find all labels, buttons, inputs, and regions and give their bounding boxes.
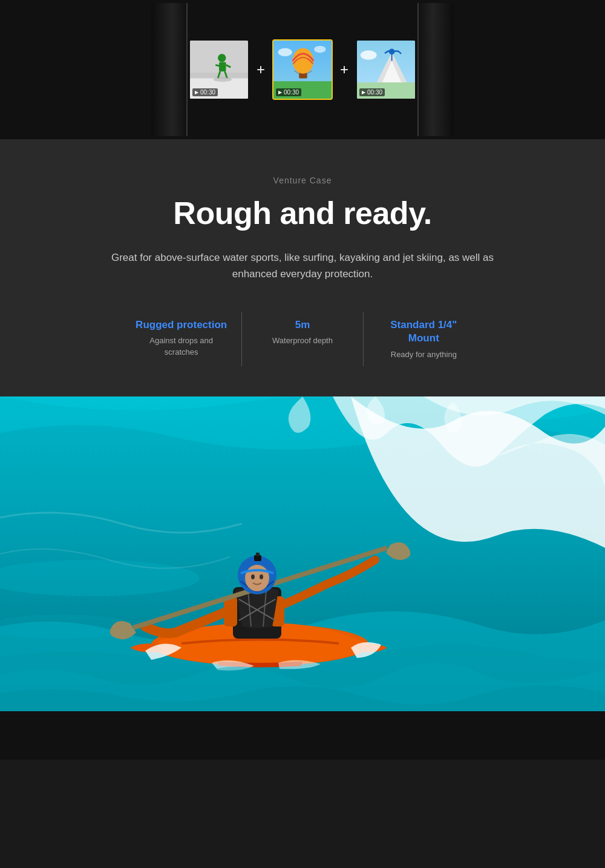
feature-subtitle-waterproof: Waterproof depth xyxy=(254,335,350,346)
svg-point-36 xyxy=(260,574,263,579)
main-heading: Rough and ready. xyxy=(12,195,593,231)
phone-bezel-left xyxy=(151,3,188,136)
clip-duration-2: 00:30 xyxy=(276,88,301,96)
svg-point-16 xyxy=(278,48,292,56)
clip-thumbnail-3[interactable]: 00:30 xyxy=(356,39,416,100)
features-row: Rugged protection Against drops and scra… xyxy=(121,312,484,366)
kayaker-section xyxy=(0,396,605,711)
clip-duration-1: 00:30 xyxy=(192,88,218,96)
feature-item-mount: Standard 1/4" Mount Ready for anything xyxy=(364,312,484,366)
feature-item-waterproof: 5m Waterproof depth xyxy=(242,312,363,366)
feature-title-waterproof: 5m xyxy=(254,318,350,332)
plus-icon-2: + xyxy=(338,61,351,78)
svg-point-3 xyxy=(218,54,226,62)
feature-title-rugged: Rugged protection xyxy=(133,318,229,332)
feature-subtitle-mount: Ready for anything xyxy=(376,349,472,360)
phone-bezel-right xyxy=(417,3,454,136)
svg-point-24 xyxy=(361,50,377,59)
svg-rect-38 xyxy=(256,553,260,556)
info-section: Venture Case Rough and ready. Great for … xyxy=(0,139,605,396)
plus-icon-1: + xyxy=(254,61,267,78)
svg-point-17 xyxy=(314,46,325,53)
svg-point-35 xyxy=(251,574,255,579)
clips-container: 00:30 + xyxy=(189,27,416,112)
clip-thumbnail-2[interactable]: 00:30 xyxy=(272,39,333,100)
feature-subtitle-rugged: Against drops and scratches xyxy=(133,335,229,357)
clip-duration-3: 00:30 xyxy=(359,88,385,96)
description-text: Great for above-surface water sports, li… xyxy=(97,249,508,282)
product-label: Venture Case xyxy=(12,176,593,185)
feature-item-rugged: Rugged protection Against drops and scra… xyxy=(121,312,242,366)
phone-mockup: 00:30 + xyxy=(151,3,454,136)
feature-title-mount: Standard 1/4" Mount xyxy=(376,318,472,345)
top-section: 00:30 + xyxy=(0,0,605,139)
bottom-section xyxy=(0,711,605,760)
clip-thumbnail-1[interactable]: 00:30 xyxy=(189,39,249,100)
svg-point-9 xyxy=(213,77,232,82)
kayaker-scene-svg xyxy=(0,396,605,711)
svg-point-34 xyxy=(245,565,269,591)
